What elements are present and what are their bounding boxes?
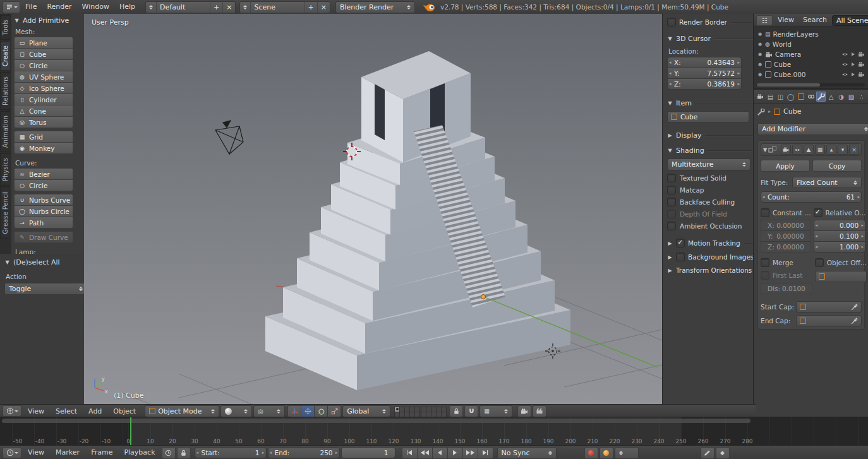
renderable-camera-icon[interactable] bbox=[858, 72, 865, 77]
timeline-menu-playback[interactable]: Playback bbox=[119, 446, 160, 459]
deselect-all-panel-header[interactable]: ▼ (De)select All bbox=[4, 258, 88, 266]
pivot-point-dropdown[interactable]: ◎ bbox=[253, 405, 285, 417]
matcap-option[interactable]: Matcap bbox=[667, 186, 758, 194]
modifier-visibility-toggle[interactable] bbox=[792, 145, 802, 155]
timeline-menu-marker[interactable]: Marker bbox=[51, 446, 85, 459]
modifier-panel-header[interactable]: ▼ ▲ ▦ ▴ ▾ × bbox=[761, 143, 862, 156]
breadcrumb-object-name[interactable]: Cube bbox=[783, 107, 801, 116]
transform-orientations-panel-header[interactable]: ▶ Transform Orientations bbox=[667, 266, 758, 274]
shelf-tab-create[interactable]: Create bbox=[0, 41, 10, 71]
offset-object-field[interactable] bbox=[815, 271, 867, 282]
modifiers-tab-icon[interactable] bbox=[816, 92, 826, 102]
snap-element-dropdown[interactable]: ▦ bbox=[479, 405, 512, 417]
visibility-eye-icon[interactable] bbox=[841, 52, 848, 57]
add-cylinder-button[interactable]: ▯Cylinder bbox=[14, 93, 73, 105]
background-images-checkbox[interactable] bbox=[676, 253, 685, 261]
modifier-render-toggle[interactable] bbox=[781, 145, 791, 155]
render-border-panel-header[interactable]: Render Border bbox=[667, 18, 758, 27]
viewport-menu-object[interactable]: Object bbox=[108, 405, 141, 417]
render-animation-button[interactable] bbox=[533, 405, 546, 417]
cursor-x-field[interactable]: X:0.43643 bbox=[667, 57, 742, 68]
timeline-menu-view[interactable]: View bbox=[23, 446, 49, 459]
textured-solid-option[interactable]: Textured Solid bbox=[667, 174, 758, 182]
visibility-eye-icon[interactable] bbox=[841, 72, 848, 77]
first-last-checkbox[interactable] bbox=[761, 271, 769, 280]
shading-mode-dropdown[interactable]: Multitexture bbox=[667, 158, 750, 170]
shelf-tab-grease-pencil[interactable]: Grease Pencil bbox=[0, 187, 10, 239]
render-engine-dropdown[interactable]: Blender Render bbox=[335, 1, 415, 13]
modifier-delete-button[interactable]: × bbox=[849, 145, 859, 155]
viewport-menu-add[interactable]: Add bbox=[83, 405, 107, 417]
outliner-scrollbar[interactable] bbox=[756, 83, 865, 86]
add-path-button[interactable]: →Path bbox=[14, 217, 73, 229]
sync-mode-dropdown[interactable]: No Sync bbox=[497, 447, 557, 459]
timeline-menu-frame[interactable]: Frame bbox=[86, 446, 118, 459]
first-last-option[interactable]: First Last bbox=[761, 271, 812, 280]
data-tab-icon[interactable]: △ bbox=[826, 92, 836, 102]
depth-of-field-option[interactable]: Depth Of Field bbox=[667, 210, 758, 218]
backface-culling-option[interactable]: Backface Culling bbox=[667, 198, 758, 206]
viewport-menu-select[interactable]: Select bbox=[51, 405, 82, 417]
modifier-move-up-button[interactable]: ▴ bbox=[826, 145, 836, 155]
fit-type-dropdown[interactable]: Fixed Count bbox=[792, 177, 862, 188]
merge-distance-field[interactable]: Dis:0.0100 bbox=[761, 283, 812, 294]
editor-type-button-3dview[interactable] bbox=[3, 405, 21, 417]
scene-unlink-button[interactable]: × bbox=[317, 2, 330, 13]
jump-to-end-button[interactable] bbox=[478, 447, 493, 459]
ambient-occlusion-option[interactable]: Ambient Occlusion bbox=[667, 222, 758, 230]
modifier-editmode-toggle[interactable]: ▲ bbox=[804, 145, 814, 155]
outliner-display-mode-dropdown[interactable]: All Scenes bbox=[832, 15, 868, 26]
constant-offset-checkbox[interactable] bbox=[761, 208, 769, 217]
add-modifier-dropdown[interactable]: Add Modifier bbox=[757, 123, 868, 135]
lock-time-cursor-toggle[interactable] bbox=[177, 447, 191, 459]
ziggurat-model[interactable] bbox=[265, 51, 570, 390]
viewport-3d[interactable]: x y User Persp (1) Cube bbox=[84, 14, 662, 404]
relative-offset-z-field[interactable]: 1.000 bbox=[814, 241, 866, 253]
depth-of-field-checkbox[interactable] bbox=[667, 210, 676, 218]
rotate-manipulator-button[interactable] bbox=[314, 405, 328, 417]
play-reverse-button[interactable] bbox=[432, 447, 448, 459]
constant-offset-y-field[interactable]: Y:0.00000 bbox=[761, 230, 811, 242]
previous-keyframe-button[interactable] bbox=[417, 447, 433, 459]
copy-modifier-button[interactable]: Copy bbox=[812, 160, 862, 172]
add-torus-button[interactable]: ◎Torus bbox=[14, 116, 73, 128]
add-uv-sphere-button[interactable]: ◍UV Sphere bbox=[14, 71, 73, 83]
outliner-menu-search[interactable]: Search bbox=[799, 15, 831, 26]
viewport-shading-dropdown[interactable] bbox=[220, 405, 252, 417]
outliner-item-world[interactable]: ● ◍ World bbox=[754, 39, 868, 49]
relative-offset-y-field[interactable]: 0.100 bbox=[814, 230, 866, 242]
render-tab-icon[interactable] bbox=[756, 92, 765, 102]
item-panel-header[interactable]: ▼ Item bbox=[667, 99, 758, 107]
camera-object[interactable] bbox=[215, 121, 243, 154]
motion-tracking-checkbox[interactable] bbox=[676, 239, 685, 247]
timeline-ruler[interactable]: -50-40-30-20-100102030405060708090100110… bbox=[0, 417, 868, 446]
jump-to-start-button[interactable] bbox=[402, 447, 418, 459]
ambient-occlusion-checkbox[interactable] bbox=[667, 222, 676, 230]
merge-checkbox[interactable] bbox=[761, 258, 769, 267]
timeline-canvas[interactable]: -50-40-30-20-100102030405060708090100110… bbox=[0, 417, 868, 446]
backface-culling-checkbox[interactable] bbox=[667, 198, 676, 206]
object-origin-dot[interactable] bbox=[481, 295, 486, 299]
object-tab-icon[interactable] bbox=[796, 92, 805, 102]
renderable-camera-icon[interactable] bbox=[858, 52, 865, 57]
menu-help[interactable]: Help bbox=[114, 1, 140, 13]
material-tab-icon[interactable]: ◑ bbox=[836, 92, 846, 102]
display-panel-header[interactable]: ▶ Display bbox=[667, 131, 758, 140]
screen-layout-add-button[interactable]: + bbox=[210, 2, 222, 13]
relative-offset-option[interactable]: Relative O... bbox=[814, 208, 866, 217]
particles-tab-icon[interactable]: ∴ bbox=[857, 92, 866, 102]
textured-solid-checkbox[interactable] bbox=[667, 174, 676, 182]
modifier-move-down-button[interactable]: ▾ bbox=[838, 145, 848, 155]
add-nurbs-curve-button[interactable]: ∪Nurbs Curve bbox=[14, 194, 73, 206]
editor-type-button-outliner[interactable] bbox=[756, 15, 773, 26]
apply-modifier-button[interactable]: Apply bbox=[761, 160, 810, 172]
eyedropper-icon[interactable] bbox=[851, 304, 858, 311]
viewport-menu-view[interactable]: View bbox=[23, 405, 49, 417]
outliner-item-renderlayers[interactable]: ● ▤ RenderLayers bbox=[754, 29, 868, 39]
cursor-z-field[interactable]: Z:0.38619 bbox=[667, 78, 742, 90]
current-frame-field[interactable]: 1 bbox=[341, 447, 395, 458]
selectable-arrow-icon[interactable] bbox=[852, 73, 855, 76]
outliner-item-camera[interactable]: ● Camera bbox=[754, 49, 868, 59]
object-offset-checkbox[interactable] bbox=[815, 258, 824, 267]
render-layers-tab-icon[interactable]: ▤ bbox=[766, 92, 775, 102]
